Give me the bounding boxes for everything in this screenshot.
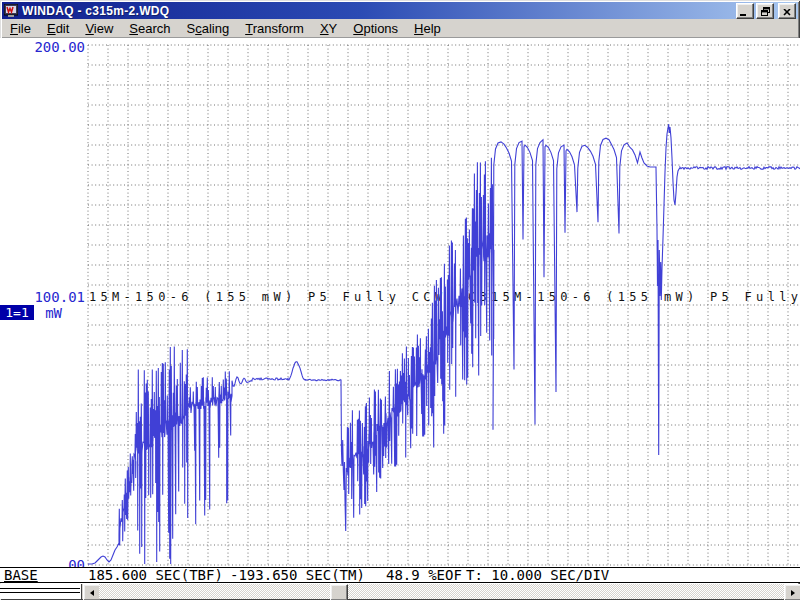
annotation-left: 15M-150-6 (155 mW) P5 Fully CCW (89, 290, 446, 304)
event-marker-box (0, 584, 82, 599)
window-title: WINDAQ - c315m-2.WDQ (22, 4, 734, 18)
menu-item-text: Transform (245, 21, 304, 36)
restore-icon (761, 2, 770, 20)
menu-item-text: View (85, 21, 113, 36)
chart-plot[interactable]: 200.00 100.01 mW .00 1=1 15M-150-6 (155 … (0, 38, 800, 567)
menu-item-text: Help (414, 21, 441, 36)
menu-view[interactable]: View (77, 19, 121, 37)
menu-search[interactable]: Search (121, 19, 178, 37)
status-tbf: 185.600 SEC(TBF) (88, 568, 223, 582)
app-icon (4, 4, 18, 17)
scroll-right-button[interactable] (784, 584, 800, 600)
menu-item-text: XY (320, 21, 337, 36)
status-time-per-div: T: 10.000 SEC/DIV (466, 568, 609, 582)
horizontal-scrollbar (0, 584, 800, 599)
status-bar: BASE 185.600 SEC(TBF) -193.650 SEC(TM) 4… (0, 567, 800, 583)
annotation-right: C315M-150-6 (155 mW) P5 Fully CC (468, 290, 800, 304)
arrow-right-icon (791, 590, 795, 596)
menu-item-text: Options (353, 21, 398, 36)
close-icon (783, 2, 791, 20)
status-eof: 48.9 %EOF (386, 568, 462, 582)
status-tm: -193.650 SEC(TM) (230, 568, 365, 582)
arrow-left-icon (90, 590, 94, 596)
waveform-trace (88, 124, 800, 564)
minimize-button[interactable] (736, 3, 754, 19)
scrollbar-track[interactable] (99, 584, 784, 599)
menu-help[interactable]: Help (406, 19, 449, 37)
scrollbar-thumb[interactable] (330, 584, 348, 600)
minimize-icon (740, 14, 746, 16)
waveform-svg: 15M-150-6 (155 mW) P5 Fully CCW C315M-15… (0, 38, 800, 567)
menu-item-text: Edit (47, 21, 69, 36)
status-base-label: BASE (4, 568, 38, 582)
windaq-window: WINDAQ - c315m-2.WDQ File (0, 0, 800, 600)
menu-file[interactable]: File (2, 19, 39, 37)
menu-transform[interactable]: Transform (237, 19, 312, 37)
menu-xy[interactable]: XY (312, 19, 345, 37)
marker-line (0, 588, 80, 589)
marker-line (0, 592, 80, 593)
close-button[interactable] (778, 3, 796, 19)
menu-edit[interactable]: Edit (39, 19, 77, 37)
menu-item-text: Scaling (187, 21, 230, 36)
menu-options[interactable]: Options (345, 19, 406, 37)
menu-item-text: Search (129, 21, 170, 36)
menu-bar: File Edit View Search Scaling Transform … (2, 19, 798, 38)
title-bar[interactable]: WINDAQ - c315m-2.WDQ (2, 2, 798, 19)
restore-button[interactable] (756, 3, 774, 19)
menu-item-text: File (10, 21, 31, 36)
menu-scaling[interactable]: Scaling (179, 19, 238, 37)
